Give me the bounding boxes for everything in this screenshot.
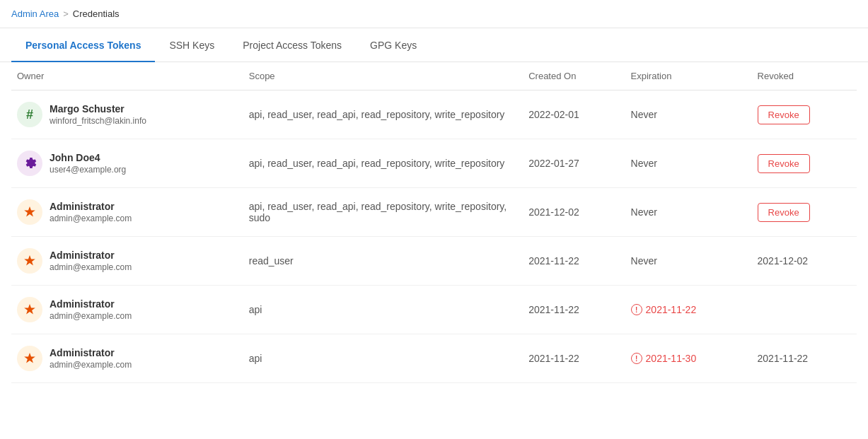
- breadcrumb: Admin Area > Credentials: [0, 0, 868, 28]
- table-row: Administrator admin@example.com api2021-…: [11, 286, 857, 334]
- owner-email: user4@example.org: [50, 165, 126, 175]
- expiration-cell: Never: [625, 90, 752, 139]
- table-row: Administrator admin@example.com api, rea…: [11, 188, 857, 237]
- owner-info: Administrator admin@example.com: [50, 250, 132, 272]
- revoke-button[interactable]: Revoke: [758, 154, 810, 173]
- col-owner: Owner: [11, 62, 243, 90]
- owner-info: Administrator admin@example.com: [50, 298, 132, 321]
- created-on-cell: 2021-11-22: [523, 334, 625, 383]
- avatar: [17, 346, 42, 371]
- breadcrumb-current: Credentials: [73, 8, 120, 19]
- avatar: [17, 151, 42, 176]
- created-on-cell: 2021-12-02: [523, 188, 625, 237]
- revoke-button[interactable]: Revoke: [758, 203, 810, 222]
- revoked-cell: 2021-12-02: [752, 237, 857, 286]
- avatar: [17, 199, 42, 225]
- tab-gpg-keys[interactable]: GPG Keys: [356, 28, 431, 62]
- owner-name: Administrator: [50, 298, 132, 310]
- warning-icon: !: [631, 353, 642, 364]
- created-on-cell: 2022-01-27: [523, 139, 625, 188]
- col-scope: Scope: [243, 62, 523, 90]
- owner-cell: Administrator admin@example.com: [11, 237, 243, 286]
- tab-bar: Personal Access Tokens SSH Keys Project …: [0, 28, 868, 62]
- scope-cell: api: [243, 334, 523, 383]
- owner-name: Administrator: [50, 250, 132, 261]
- scope-cell: api, read_user, read_api, read_repositor…: [243, 90, 523, 139]
- expiration-cell: ! 2021-11-22: [625, 286, 752, 334]
- scope-cell: api, read_user, read_api, read_repositor…: [243, 188, 523, 237]
- tokens-table: Owner Scope Created On Expiration Revoke…: [11, 62, 857, 383]
- created-on-cell: 2021-11-22: [523, 237, 625, 286]
- table-row: John Doe4 user4@example.org api, read_us…: [11, 139, 857, 188]
- created-on-cell: 2022-02-01: [523, 90, 625, 139]
- revoked-cell: [752, 286, 857, 334]
- tab-project-access-tokens[interactable]: Project Access Tokens: [228, 28, 356, 62]
- expiry-warning: ! 2021-11-30: [631, 353, 746, 364]
- owner-name: Margo Schuster: [50, 103, 146, 115]
- revoked-cell: Revoke: [752, 90, 857, 139]
- expiration-cell: Never: [625, 188, 752, 237]
- owner-email: winford_fritsch@lakin.info: [50, 116, 146, 126]
- breadcrumb-admin[interactable]: Admin Area: [11, 8, 59, 19]
- table-row: Administrator admin@example.com read_use…: [11, 237, 857, 286]
- revoked-cell: Revoke: [752, 139, 857, 188]
- main-content: Owner Scope Created On Expiration Revoke…: [0, 62, 868, 383]
- expiration-cell: Never: [625, 139, 752, 188]
- avatar: [17, 248, 42, 274]
- expiration-cell: ! 2021-11-30: [625, 334, 752, 383]
- owner-name: Administrator: [50, 201, 132, 212]
- owner-info: John Doe4 user4@example.org: [50, 152, 126, 175]
- owner-info: Administrator admin@example.com: [50, 347, 132, 370]
- col-created-on: Created On: [523, 62, 625, 90]
- warning-icon: !: [631, 304, 642, 315]
- owner-cell: Administrator admin@example.com: [11, 286, 243, 334]
- scope-cell: api, read_user, read_api, read_repositor…: [243, 139, 523, 188]
- col-expiration: Expiration: [625, 62, 752, 90]
- owner-email: admin@example.com: [50, 262, 132, 272]
- revoked-cell: 2021-11-22: [752, 334, 857, 383]
- scope-cell: api: [243, 286, 523, 334]
- col-revoked: Revoked: [752, 62, 857, 90]
- revoked-cell: Revoke: [752, 188, 857, 237]
- expiry-warning: ! 2021-11-22: [631, 304, 746, 315]
- owner-cell: John Doe4 user4@example.org: [11, 139, 243, 188]
- owner-cell: Administrator admin@example.com: [11, 334, 243, 383]
- scope-cell: read_user: [243, 237, 523, 286]
- owner-cell: # Margo Schuster winford_fritsch@lakin.i…: [11, 90, 243, 139]
- owner-name: Administrator: [50, 347, 132, 358]
- avatar: #: [17, 102, 42, 127]
- revoke-button[interactable]: Revoke: [758, 105, 810, 124]
- expiration-cell: Never: [625, 237, 752, 286]
- svg-text:#: #: [26, 107, 33, 122]
- table-row: Administrator admin@example.com api2021-…: [11, 334, 857, 383]
- owner-cell: Administrator admin@example.com: [11, 188, 243, 237]
- tab-personal-access-tokens[interactable]: Personal Access Tokens: [11, 28, 155, 62]
- owner-info: Margo Schuster winford_fritsch@lakin.inf…: [50, 103, 146, 126]
- owner-info: Administrator admin@example.com: [50, 201, 132, 223]
- created-on-cell: 2021-11-22: [523, 286, 625, 334]
- avatar: [17, 297, 42, 322]
- breadcrumb-sep: >: [63, 8, 69, 19]
- tab-ssh-keys[interactable]: SSH Keys: [155, 28, 228, 62]
- owner-email: admin@example.com: [50, 213, 132, 223]
- table-row: # Margo Schuster winford_fritsch@lakin.i…: [11, 90, 857, 139]
- owner-name: John Doe4: [50, 152, 126, 163]
- owner-email: admin@example.com: [50, 311, 132, 321]
- owner-email: admin@example.com: [50, 360, 132, 370]
